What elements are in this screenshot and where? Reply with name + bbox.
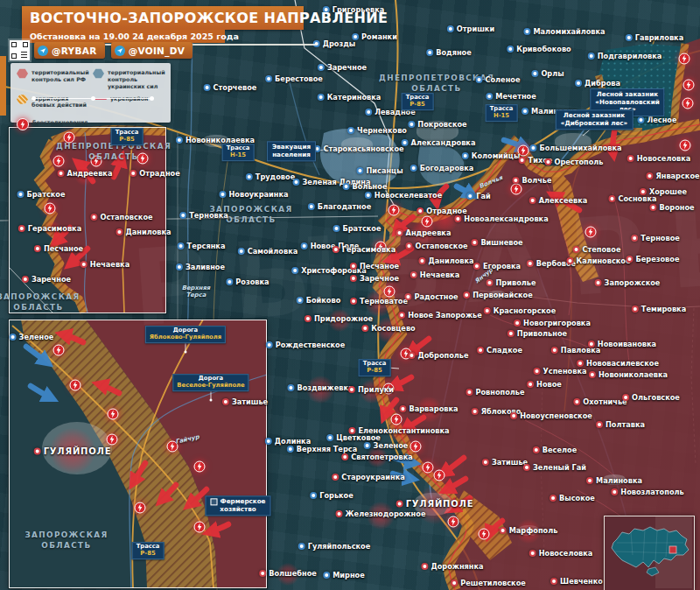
settlement-pin-icon — [361, 325, 368, 332]
settlement-pin-icon — [627, 155, 634, 162]
place-label: Розовка — [226, 277, 269, 286]
place-label: Заречное — [22, 275, 71, 284]
clash-badge-icon — [683, 80, 695, 91]
place-label: Рождественское — [266, 341, 346, 349]
place-label: Веселое — [533, 446, 577, 454]
place-label: Дрозды — [313, 39, 356, 48]
settlement-pin-icon — [90, 214, 97, 221]
settlement-pin-icon — [595, 279, 602, 286]
settlement-pin-icon — [527, 381, 534, 388]
ukraine-minimap — [604, 516, 695, 590]
settlement-pin-icon — [626, 256, 634, 263]
place-label: Вишневое — [471, 238, 522, 247]
settlement-pin-icon — [179, 212, 186, 219]
settlement-pin-icon — [365, 109, 372, 116]
settlement-pin-icon — [550, 578, 557, 585]
place-label: Соленое — [475, 75, 520, 84]
settlement-pin-icon — [527, 260, 534, 267]
place-label: Братское — [18, 190, 66, 199]
settlement-pin-icon — [80, 261, 88, 268]
clash-badge-icon — [479, 529, 490, 540]
settlement-pin-icon — [573, 398, 580, 405]
settlement-pin-icon — [466, 389, 472, 396]
place-label: Черненково — [347, 126, 407, 135]
settlement-pin-icon — [484, 307, 491, 314]
settlement-pin-icon — [301, 242, 308, 249]
settlement-pin-icon — [588, 53, 595, 60]
telegram-chip-voindv[interactable]: @VOIN_DV — [111, 42, 193, 59]
settlement-pin-icon — [10, 334, 17, 341]
place-label: Писанцы — [356, 166, 402, 175]
settlement-pin-icon — [588, 341, 595, 348]
settlement-pin-icon — [510, 412, 517, 419]
settlement-pin-icon — [298, 543, 305, 550]
ukraine-outline — [605, 516, 692, 588]
settlement-pin-icon — [410, 271, 417, 278]
place-label: Заливное — [176, 263, 225, 271]
clash-badge-icon — [682, 98, 694, 109]
clash-badge-icon — [585, 227, 597, 238]
place-label: Большемихайловка — [529, 144, 621, 152]
settlement-pin-icon — [507, 46, 514, 53]
place-label: Новое — [527, 380, 562, 389]
place-label: Радостное — [404, 292, 458, 301]
settlement-pin-icon — [348, 386, 355, 393]
settlement-pin-icon — [347, 127, 354, 134]
settlement-pin-icon — [402, 139, 409, 146]
clash-badge-icon — [70, 380, 81, 391]
place-label: Калиновское — [566, 256, 630, 265]
ua-counter-arrow — [31, 386, 52, 398]
place-label: Зеленое — [10, 333, 54, 341]
ua-control-hex-icon — [93, 68, 104, 79]
telegram-icon — [38, 46, 48, 56]
road-label: ДорогаЯблоково-Гуляйполя — [145, 326, 226, 343]
settlement-pin-icon — [318, 64, 325, 71]
channel-chips: @RYBAR @VOIN_DV — [34, 42, 192, 59]
left-accent-stripe — [0, 56, 6, 116]
place-label: Остаповское — [405, 242, 467, 250]
place-label: Андреевка — [58, 169, 113, 178]
place-label: Романки — [352, 32, 397, 41]
place-label: Остаповское — [90, 213, 152, 221]
settlement-pin-icon — [238, 248, 245, 255]
clash-badge-icon — [511, 184, 522, 195]
place-label: Отришки — [447, 25, 494, 33]
settlement-pin-icon — [343, 183, 350, 190]
ua-counter-arrow — [26, 347, 47, 362]
place-label: Сладкое — [477, 346, 522, 355]
settlement-pin-icon — [326, 434, 333, 441]
settlement-pin-icon — [512, 177, 519, 184]
place-label: Воздвижевка — [287, 383, 353, 392]
place-label: Старокасьяновское — [313, 144, 403, 153]
river-label: Верхняя Терса — [182, 284, 210, 299]
settlement-pin-icon — [398, 312, 405, 319]
settlement-pin-icon — [364, 442, 371, 449]
place-label: Новое Запорожье — [398, 311, 482, 320]
settlement-pin-icon — [646, 172, 653, 179]
settlement-pin-icon — [287, 446, 294, 453]
place-label: Гуляйпольское — [298, 542, 371, 551]
settlement-pin-icon — [632, 306, 639, 313]
place-label: Высокое — [550, 494, 595, 502]
road-label: ТрассаР-85 — [132, 542, 164, 559]
settlement-pin-icon — [551, 347, 558, 354]
settlement-pin-icon — [356, 167, 363, 174]
road-label: ТрассаР-85 — [402, 93, 434, 110]
place-label: Новоивановка — [588, 340, 656, 348]
place-label: Березовое — [626, 255, 680, 263]
place-label: Новоалександровка — [454, 214, 548, 223]
settlement-pin-icon — [486, 93, 493, 100]
settlement-pin-icon — [550, 495, 556, 502]
map-title: ВОСТОЧНО-ЗАПОРОЖСКОЕ НАПРАВЛЕНИЕ — [30, 10, 388, 26]
telegram-chip-rybar[interactable]: @RYBAR — [34, 42, 105, 59]
settlement-pin-icon — [292, 179, 299, 186]
place-label: Волшебное — [259, 569, 317, 578]
place-label: Успеновка — [534, 367, 587, 376]
place-label: ГУЛЯЙПОЛЕ — [34, 446, 112, 456]
clash-badge-icon — [45, 203, 56, 214]
clash-badge-icon — [434, 470, 445, 481]
place-label: Лесное — [637, 116, 676, 124]
settlement-pin-icon — [332, 474, 339, 481]
ru-advance-arrow — [445, 479, 466, 490]
settlement-pin-icon — [637, 116, 644, 123]
